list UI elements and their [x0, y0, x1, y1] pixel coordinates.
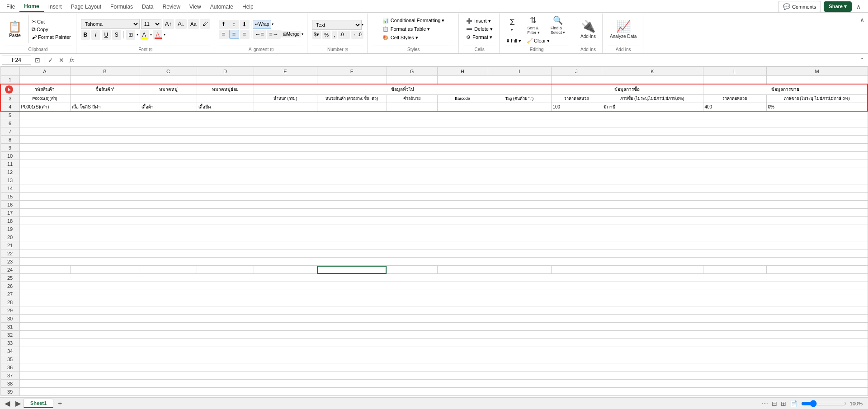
row-num-30[interactable]: 30 [0, 315, 19, 323]
row-num-9[interactable]: 9 [0, 144, 19, 152]
paste-button[interactable]: 📋 Paste [4, 14, 26, 45]
change-case-button[interactable]: Aa [188, 19, 198, 29]
align-top-button[interactable]: ⬆ [219, 20, 229, 29]
find-select-button[interactable]: 🔍 Find &Select ▾ [547, 14, 569, 36]
cell-F1[interactable] [317, 76, 387, 84]
cell-J3[interactable]: ราคาต่อหน่วย [551, 94, 602, 103]
tab-review[interactable]: Review [158, 2, 184, 12]
cell-E24[interactable] [254, 266, 317, 274]
fill-dropdown[interactable]: ▾ [150, 33, 152, 37]
align-middle-button[interactable]: ↕ [229, 20, 239, 29]
add-sheet-btn[interactable]: + [54, 399, 66, 409]
merge-center-button[interactable]: ⊞Merge [281, 31, 301, 38]
cell-G1[interactable] [387, 76, 437, 84]
cell-I4[interactable] [488, 103, 551, 111]
page-layout-view-icon[interactable]: ⊞ [781, 400, 786, 407]
cell-A24[interactable] [19, 266, 70, 274]
tab-home[interactable]: Home [19, 1, 43, 12]
row-num-7[interactable]: 7 [0, 127, 19, 136]
cell-A2[interactable]: รหัสสินค้า [19, 84, 70, 95]
zoom-slider[interactable] [801, 400, 846, 407]
row-num-1[interactable]: 1 [0, 76, 19, 84]
row-num-27[interactable]: 27 [0, 290, 19, 298]
cell-M2[interactable]: ข้อมูลการขาย [703, 84, 868, 95]
add-ins-button[interactable]: 🔌 Add-ins [578, 18, 599, 41]
cell-E4[interactable] [254, 103, 317, 111]
next-sheet-btn[interactable]: ▶ [13, 398, 24, 409]
cell-G3[interactable]: คำอธิบาย [387, 94, 437, 103]
col-header-B[interactable]: B [70, 67, 140, 76]
merge-dropdown[interactable]: ▾ [302, 32, 303, 36]
sum-button[interactable]: Σ ▾ [504, 16, 520, 33]
tab-page-layout[interactable]: Page Layout [66, 2, 106, 12]
row-num-4[interactable]: 4 [0, 103, 19, 111]
cell-C1[interactable] [140, 76, 197, 84]
row-num-36[interactable]: 36 [0, 363, 19, 371]
formula-expand-icon[interactable]: ⊡ [33, 56, 42, 64]
col-header-M[interactable]: M [766, 67, 868, 76]
increase-decimal-button[interactable]: .0→ [338, 31, 350, 39]
decrease-font-size-button[interactable]: A↓ [175, 19, 187, 29]
cell-reference-input[interactable] [2, 56, 31, 65]
row-num-15[interactable]: 15 [0, 193, 19, 201]
row-num-11[interactable]: 11 [0, 160, 19, 168]
sort-filter-button[interactable]: ⇅ Sort &Filter ▾ [522, 14, 545, 36]
tab-view[interactable]: View [185, 2, 206, 12]
cell-K3[interactable]: ภาษีซื้อ (ไม่ระบุ,ไม่มีภาษี,มีภาษี,0%) [602, 94, 703, 103]
row-num-12[interactable]: 12 [0, 168, 19, 176]
check-icon[interactable]: ✓ [46, 56, 55, 64]
decrease-decimal-button[interactable]: ←.0 [351, 31, 363, 39]
italic-button[interactable]: I [91, 30, 100, 40]
cell-B1[interactable] [70, 76, 140, 84]
cell-E2[interactable]: ข้อมูลทั่วไป [254, 84, 551, 95]
row-num-2[interactable]: 5 [0, 84, 19, 95]
row-num-14[interactable]: 14 [0, 184, 19, 193]
row-num-10[interactable]: 10 [0, 152, 19, 160]
format-as-table-button[interactable]: 📋 Format as Table ▾ [379, 25, 448, 33]
cell-I1[interactable] [488, 76, 551, 84]
cell-F4[interactable] [317, 103, 387, 111]
cell-L1[interactable] [703, 76, 766, 84]
col-header-L[interactable]: L [703, 67, 766, 76]
cell-J4[interactable]: 100 [551, 103, 602, 111]
prev-sheet-btn[interactable]: ◀ [2, 398, 13, 409]
cell-A1[interactable] [19, 76, 70, 84]
align-center-button[interactable]: ≡ [229, 30, 239, 39]
col-header-K[interactable]: K [602, 67, 703, 76]
normal-view-icon[interactable]: ⊟ [772, 400, 777, 407]
sheet-tab-sheet1[interactable]: Sheet1 [24, 399, 53, 408]
cell-D24[interactable] [197, 266, 254, 274]
number-expand-icon[interactable]: ⊡ [344, 47, 348, 52]
cell-L3[interactable]: ราคาต่อหน่วย [703, 94, 766, 103]
cut-button[interactable]: ✂ Cut [30, 18, 72, 25]
font-color-dropdown[interactable]: ▾ [164, 33, 165, 37]
cell-H4[interactable] [437, 103, 488, 111]
row-num-38[interactable]: 38 [0, 380, 19, 388]
cell-M4[interactable]: 0% [766, 103, 868, 111]
cell-F24[interactable] [317, 266, 387, 274]
cell-D1[interactable] [197, 76, 254, 84]
tab-automate[interactable]: Automate [206, 2, 238, 12]
row-num-20[interactable]: 20 [0, 233, 19, 241]
row-num-16[interactable]: 16 [0, 201, 19, 209]
underline-button[interactable]: U [102, 30, 111, 40]
cell-L24[interactable] [703, 266, 766, 274]
cell-C4[interactable]: เสื้อผ้า [140, 103, 197, 111]
cell-A4[interactable]: P0001(S)(ดำ) [19, 103, 70, 111]
bold-button[interactable]: B [81, 30, 90, 40]
col-header-F[interactable]: F [317, 67, 387, 76]
format-button[interactable]: ⚙ Format ▾ [463, 33, 495, 41]
cell-G4[interactable] [387, 103, 437, 111]
cell-H24[interactable] [437, 266, 488, 274]
increase-indent-button[interactable]: ≡→ [267, 30, 281, 39]
tab-file[interactable]: File [2, 2, 19, 12]
row-num-28[interactable]: 28 [0, 298, 19, 306]
formula-expand-btn[interactable]: ⌃ [858, 57, 866, 63]
fill-color-button[interactable]: A [140, 30, 149, 40]
col-header-C[interactable]: C [140, 67, 197, 76]
comments-button[interactable]: 💬 Comments [778, 1, 821, 12]
cell-K1[interactable] [602, 76, 703, 84]
row-num-37[interactable]: 37 [0, 371, 19, 380]
row-num-29[interactable]: 29 [0, 306, 19, 315]
col-header-E[interactable]: E [254, 67, 317, 76]
